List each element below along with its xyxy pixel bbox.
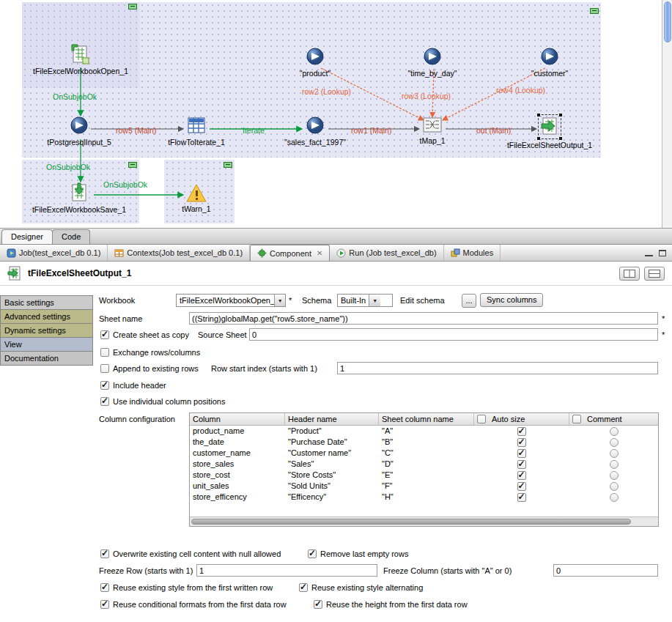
collapse-subjob-icon[interactable]: [224, 162, 232, 168]
chevron-down-icon[interactable]: ▼: [274, 295, 285, 306]
cell-header-name[interactable]: "Efficency": [285, 492, 379, 503]
freeze-row-input[interactable]: [196, 564, 377, 577]
comment-checkbox[interactable]: [610, 438, 619, 447]
comment-checkbox[interactable]: [610, 471, 619, 480]
component-time-by-day[interactable]: "time_by_day": [377, 47, 487, 78]
schema-combo[interactable]: Built-In ▼: [337, 294, 393, 307]
scrollbar-thumb[interactable]: [191, 519, 631, 525]
cell-sheet-column[interactable]: "F": [379, 481, 474, 492]
workbook-combo[interactable]: tFileExcelWorkbookOpen_1 ▼: [176, 294, 286, 307]
link-label-row1-main[interactable]: row1 (Main): [351, 126, 391, 135]
cell-sheet-column[interactable]: "B": [379, 437, 474, 448]
column-header[interactable]: Sheet column name: [379, 413, 474, 425]
tab-run[interactable]: Run (Job test_excel_db): [330, 245, 443, 261]
individual-positions-checkbox[interactable]: [100, 397, 109, 406]
component-tWarn[interactable]: tWarn_1: [141, 183, 251, 213]
table-row[interactable]: store_efficency "Efficency" "H": [190, 492, 658, 503]
exchange-checkbox[interactable]: [100, 348, 109, 357]
cell-header-name[interactable]: "Store Costs": [285, 470, 379, 481]
component-tMap[interactable]: tMap_1: [377, 116, 487, 145]
cell-sheet-column[interactable]: "H": [379, 492, 474, 503]
cell-column[interactable]: customer_name: [190, 448, 285, 459]
collapse-subjob-icon[interactable]: [590, 8, 599, 14]
cell-header-name[interactable]: "Customer name": [285, 448, 379, 459]
overwrite-checkbox[interactable]: [100, 549, 109, 558]
autosize-checkbox[interactable]: [517, 482, 526, 491]
table-row[interactable]: the_date "Purchase Date" "B": [190, 437, 658, 448]
tab-designer[interactable]: Designer: [1, 229, 53, 244]
reuse-alternating-checkbox[interactable]: [299, 583, 308, 592]
tab-modules[interactable]: Modules: [444, 245, 501, 261]
link-label-onsubjobok[interactable]: OnSubjobOk: [103, 180, 147, 189]
comment-checkbox[interactable]: [610, 460, 619, 469]
tab-contexts[interactable]: Contexts(Job test_excel_db 0.1): [108, 245, 250, 261]
autosize-checkbox[interactable]: [517, 438, 526, 447]
component-customer[interactable]: "customer": [495, 47, 605, 78]
include-header-checkbox[interactable]: [100, 381, 109, 390]
link-label-onsubjobok[interactable]: OnSubjobOk: [46, 163, 90, 171]
link-label-iterate[interactable]: Iterate: [243, 126, 265, 135]
link-label-row4-lookup[interactable]: row4 (Lookup): [496, 86, 545, 95]
remove-empty-checkbox[interactable]: [308, 549, 317, 558]
nav-documentation[interactable]: Documentation: [0, 351, 93, 366]
cell-header-name[interactable]: "Purchase Date": [285, 437, 379, 448]
reuse-style-checkbox[interactable]: [100, 583, 109, 592]
autosize-all-checkbox[interactable]: [477, 415, 486, 423]
cell-sheet-column[interactable]: "A": [379, 426, 474, 437]
sync-columns-button[interactable]: Sync columns: [480, 293, 543, 307]
source-sheet-input[interactable]: [249, 328, 658, 341]
autosize-checkbox[interactable]: [517, 471, 526, 480]
nav-dynamic-settings[interactable]: Dynamic settings: [0, 323, 93, 338]
autosize-checkbox[interactable]: [517, 493, 526, 502]
row-start-input[interactable]: [337, 362, 658, 374]
comment-checkbox[interactable]: [610, 482, 619, 491]
maximize-icon[interactable]: [659, 250, 666, 256]
collapse-subjob-icon[interactable]: [128, 162, 137, 168]
tab-code[interactable]: Code: [52, 229, 90, 244]
freeze-column-input[interactable]: [553, 564, 658, 577]
cell-header-name[interactable]: "Product": [285, 426, 379, 437]
tab-job[interactable]: Job(test_excel_db 0.1): [0, 245, 108, 261]
comment-checkbox[interactable]: [610, 427, 619, 436]
column-header-comment[interactable]: Comment: [569, 413, 658, 425]
collapse-subjob-icon[interactable]: [128, 4, 137, 10]
minimize-icon[interactable]: [645, 250, 653, 256]
cell-sheet-column[interactable]: "E": [379, 470, 474, 481]
cell-column[interactable]: the_date: [190, 437, 285, 448]
scrollbar-thumb[interactable]: [664, 1, 671, 42]
reuse-height-checkbox[interactable]: [314, 600, 322, 609]
comment-checkbox[interactable]: [610, 449, 619, 458]
link-label-row3-lookup[interactable]: row3 (Lookup): [402, 92, 451, 100]
cell-column[interactable]: store_sales: [190, 459, 285, 470]
component-tFileExcelWorkbookOpen[interactable]: tFileExcelWorkbookOpen_1: [26, 43, 136, 75]
cell-sheet-column[interactable]: "C": [379, 448, 474, 459]
cell-column[interactable]: store_cost: [190, 470, 285, 481]
comment-checkbox[interactable]: [610, 493, 619, 502]
autosize-checkbox[interactable]: [517, 449, 526, 458]
nav-view[interactable]: View: [0, 337, 93, 352]
comment-all-checkbox[interactable]: [572, 415, 581, 423]
link-label-row2-lookup[interactable]: row2 (Lookup): [302, 87, 351, 96]
cell-column[interactable]: product_name: [190, 426, 285, 437]
table-row[interactable]: store_cost "Store Costs" "E": [190, 470, 658, 481]
cell-header-name[interactable]: "Sold Units": [285, 481, 379, 492]
table-row[interactable]: product_name "Product" "A": [190, 426, 658, 437]
autosize-checkbox[interactable]: [517, 427, 526, 436]
nav-advanced-settings[interactable]: Advanced settings: [0, 309, 93, 324]
table-row[interactable]: customer_name "Customer name" "C": [190, 448, 658, 459]
component-tFlowToIterate[interactable]: tFlowToIterate_1: [141, 116, 251, 147]
cell-column[interactable]: store_efficency: [190, 492, 285, 503]
column-header-autosize[interactable]: Auto size: [474, 413, 569, 425]
append-checkbox[interactable]: [100, 364, 109, 373]
link-label-out-main[interactable]: out (Main): [476, 126, 511, 135]
table-row[interactable]: store_sales "Sales" "D": [190, 459, 658, 470]
sheet-name-input[interactable]: [189, 312, 658, 325]
cell-sheet-column[interactable]: "D": [379, 459, 474, 470]
column-configuration-table[interactable]: Column Header name Sheet column name Aut…: [189, 412, 659, 527]
chevron-down-icon[interactable]: ▼: [369, 295, 380, 306]
cell-column[interactable]: unit_sales: [190, 481, 285, 492]
link-label-row5-main[interactable]: row5 (Main): [116, 126, 156, 135]
create-sheet-checkbox[interactable]: [100, 330, 109, 339]
component-tFileExcelSheetOutput[interactable]: tFileExcelSheetOutput_1: [495, 114, 605, 149]
tab-component[interactable]: Component ✕: [250, 245, 330, 261]
